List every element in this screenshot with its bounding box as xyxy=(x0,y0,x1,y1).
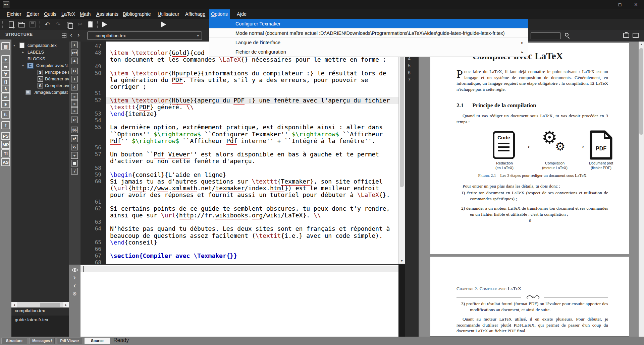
menu-item[interactable]: Fichier de configuration▸ xyxy=(209,47,528,57)
external-view-icon[interactable] xyxy=(633,33,639,38)
menu-item[interactable]: Langue de l'interface▸ xyxy=(209,38,528,47)
greek-icon[interactable]: λ xyxy=(1,85,10,93)
open-file-item[interactable]: compilation.tex xyxy=(15,308,45,313)
editor-vscrollbar[interactable]: ▾ xyxy=(398,42,405,264)
copy-button[interactable] xyxy=(66,21,73,28)
lower-editor-pane[interactable] xyxy=(80,265,398,337)
tikz-icon[interactable]: TI xyxy=(1,149,10,157)
fontsize-icon[interactable]: A xyxy=(71,58,78,64)
pdf-page-list-item[interactable]: 6 xyxy=(408,70,411,75)
menu-outils[interactable]: Outils xyxy=(42,9,58,19)
menu-utilisateur[interactable]: Utilisateur xyxy=(156,9,181,19)
scrollbar-thumb[interactable] xyxy=(400,43,404,187)
tree-item[interactable]: SCompiler ave xyxy=(11,82,69,89)
menu-options[interactable]: Options xyxy=(209,9,230,19)
code-line[interactable]: La dernière option, extrêmement pratique… xyxy=(106,124,398,131)
code-line[interactable]: pour avoir des réponses et fournit aussi… xyxy=(106,192,398,199)
structure-list-icon[interactable]: ▤ xyxy=(1,42,10,50)
code-line[interactable] xyxy=(106,144,398,151)
code-line[interactable]: (\url{http://www.xmlmath.net/texmaker/in… xyxy=(106,185,398,192)
code-line[interactable]: beaucoup de questions assez facilement (… xyxy=(106,232,398,239)
code-line[interactable]: corriger ; xyxy=(106,83,398,90)
description-icon[interactable]: ≡ xyxy=(71,107,78,114)
undo-button[interactable]: ↶ xyxy=(44,21,51,28)
eye-icon[interactable] xyxy=(69,267,80,273)
code-line[interactable] xyxy=(106,90,398,97)
scrollbar-thumb[interactable] xyxy=(639,48,643,135)
code-line[interactable]: Un bouton ``Pdf Viewer'' est alors dispo… xyxy=(106,151,398,158)
save-button[interactable] xyxy=(29,21,36,28)
previous-icon[interactable]: ‹ xyxy=(69,281,80,290)
pstricks-icon[interactable]: PS xyxy=(1,132,10,140)
code-line[interactable]: Pdf'' $\rightarrow$ ``Afficheur Pdf inte… xyxy=(106,138,398,145)
expander-open-icon[interactable]: ▾ xyxy=(22,62,24,69)
tree-item[interactable]: ▸LABELS xyxy=(11,49,69,56)
menu-math[interactable]: Math xyxy=(78,9,93,19)
code-line[interactable] xyxy=(106,117,398,124)
newline-icon[interactable]: ↵ xyxy=(71,117,78,123)
scroll-up-icon[interactable]: ▴ xyxy=(639,42,644,47)
code-line[interactable]: N'hésite pas quand tu débutes. Les deux … xyxy=(106,225,398,232)
itemize-icon[interactable]: ≡ xyxy=(71,93,78,100)
code-line[interactable]: \end{itemize} xyxy=(106,111,398,118)
maximize-button[interactable]: □ xyxy=(612,0,628,9)
tab-scroll-right-icon[interactable]: › xyxy=(77,31,79,39)
pdf-page-list-item[interactable]: 5 xyxy=(408,63,411,68)
operators-icon[interactable]: ÷ xyxy=(1,55,10,63)
math-mode-icon[interactable]: $$ xyxy=(71,127,78,133)
superscript-icon[interactable]: x² xyxy=(71,135,78,142)
paste-button[interactable] xyxy=(87,21,94,28)
tab-scroll-left-icon[interactable]: ‹ xyxy=(70,31,72,39)
code-line[interactable]: la génération du PDF. Très utile, s'il y… xyxy=(106,77,398,84)
scroll-left-icon[interactable]: ◂ xyxy=(11,302,17,307)
status-tab-messages-log[interactable]: Messages / Log xyxy=(30,338,55,344)
frac-icon[interactable]: ÷ xyxy=(71,152,78,159)
code-line[interactable]: ``Options'' $\rightarrow$ ``Configurer T… xyxy=(106,131,398,138)
misc-symbols-icon[interactable]: ∗ xyxy=(1,100,10,108)
status-tab-structure[interactable]: Structure xyxy=(1,338,27,344)
code-line[interactable]: \end{conseil} xyxy=(106,239,398,246)
search-icon[interactable] xyxy=(565,33,569,37)
pdf-search-input[interactable] xyxy=(531,32,561,39)
code-line[interactable] xyxy=(106,259,398,264)
new-block-icon[interactable]: + xyxy=(71,42,78,48)
menu-editer[interactable]: Editer xyxy=(24,9,41,19)
code-line[interactable]: ton document et les commandes \LaTeX{} n… xyxy=(106,56,398,63)
bold-icon[interactable]: B xyxy=(71,68,78,74)
print-icon[interactable] xyxy=(623,33,629,38)
menu-affichage[interactable]: Affichage xyxy=(183,9,207,19)
menu-aide[interactable]: Aide xyxy=(235,9,249,19)
code-line[interactable]: \begin{conseil}{L'aide en ligne} xyxy=(106,171,398,179)
delimiters-icon[interactable]: {} xyxy=(1,77,10,85)
toolbar-grip[interactable] xyxy=(2,21,3,28)
sqrt-icon[interactable]: √ xyxy=(71,168,78,175)
code-line[interactable]: \item \textcolor{Hblue}{aperçu du PDF :}… xyxy=(106,97,398,104)
next-icon[interactable]: › xyxy=(69,273,80,282)
toolbar-grip[interactable] xyxy=(97,21,99,28)
arrows-icon[interactable]: ⇒ xyxy=(1,63,10,71)
run-view-button[interactable] xyxy=(160,21,167,28)
tree-item[interactable]: BLOCKS xyxy=(11,56,69,62)
code-line[interactable] xyxy=(106,246,398,253)
code-line[interactable] xyxy=(106,199,398,206)
pdf-page-list-item[interactable]: 7 xyxy=(408,77,411,82)
status-tab-source-viewer[interactable]: Source Viewer xyxy=(85,338,110,344)
code-line[interactable]: \item \textcolor{Hpurple}{informations d… xyxy=(106,70,398,77)
code-line[interactable] xyxy=(106,165,398,172)
metapost-icon[interactable]: MP xyxy=(1,141,10,149)
enumerate-icon[interactable]: ≡ xyxy=(71,100,78,107)
pdf-vscrollbar[interactable]: ▴ xyxy=(639,42,644,337)
structure-hscrollbar[interactable]: ◂ ▸ xyxy=(11,302,69,307)
italic-icon[interactable]: i xyxy=(71,76,78,82)
code-line[interactable]: d'activer ou non cette fenêtre d'aperçu. xyxy=(106,158,398,165)
relations-icon[interactable]: ∀ xyxy=(1,70,10,78)
cut-button[interactable]: ✂ xyxy=(76,21,84,28)
expander-closed-icon[interactable]: ▸ xyxy=(22,49,24,56)
grid-icon[interactable] xyxy=(62,33,66,38)
subscript-icon[interactable]: x₂ xyxy=(71,144,78,150)
status-tab-pdf-viewer[interactable]: Pdf Viewer xyxy=(57,338,82,344)
code-line[interactable]: \section{Compiler avec \Texmaker{}} xyxy=(106,253,398,260)
open-file-button[interactable] xyxy=(18,21,25,28)
tree-item[interactable]: SDémarrer av xyxy=(11,76,69,82)
open-file-item[interactable]: guide-latex-fr.tex xyxy=(15,317,48,322)
